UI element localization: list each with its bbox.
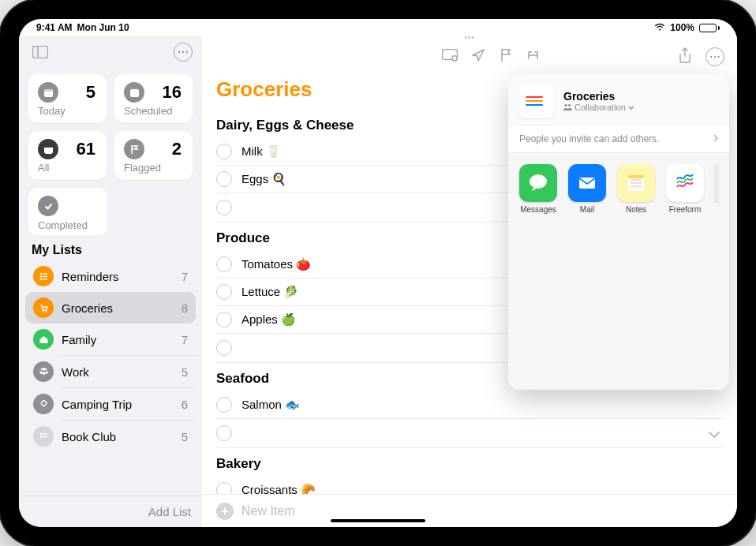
svg-rect-4 [130, 89, 139, 97]
svg-point-16 [39, 436, 41, 437]
section-expand-icon[interactable] [709, 428, 720, 442]
list-row-name: Work [62, 365, 174, 379]
smart-scheduled-count: 16 [163, 82, 182, 103]
status-time: 9:41 AM [36, 22, 73, 33]
list-row-count: 7 [182, 270, 188, 283]
reminder-radio[interactable] [216, 425, 232, 441]
list-row[interactable]: Reminders7 [25, 260, 196, 292]
tag-button[interactable] [526, 49, 540, 65]
share-app[interactable]: Messages [519, 164, 557, 214]
reminder-text: Salmon 🐟 [241, 398, 300, 412]
svg-rect-0 [33, 47, 48, 58]
share-app-overflow[interactable] [715, 164, 718, 202]
list-row[interactable]: Work5 [25, 356, 196, 387]
smart-today-count: 5 [86, 82, 95, 103]
status-bar: 9:41 AM Mon Jun 10 100% [19, 19, 737, 36]
battery-icon [699, 24, 720, 32]
list-row-name: Camping Trip [62, 398, 174, 411]
screen: 9:41 AM Mon Jun 10 100% ⋯ [19, 19, 737, 527]
smart-scheduled-label: Scheduled [124, 105, 172, 117]
svg-rect-8 [43, 275, 47, 276]
section-title: Bakery [216, 448, 723, 477]
list-row[interactable]: Camping Trip6 [25, 388, 196, 420]
list-row-count: 7 [182, 333, 188, 346]
reminder-text: Eggs 🍳 [241, 172, 286, 186]
svg-point-9 [39, 278, 41, 279]
smart-list-completed[interactable]: Completed [28, 188, 107, 235]
reminder-radio[interactable] [216, 340, 232, 356]
home-indicator[interactable] [331, 519, 425, 522]
chevron-down-icon [628, 103, 634, 112]
svg-point-14 [39, 432, 41, 434]
smart-all-label: All [38, 162, 49, 174]
flag-button[interactable] [500, 48, 512, 65]
svg-text:+: + [454, 56, 456, 61]
list-row-name: Family [62, 333, 174, 346]
list-row[interactable]: Book Club5 [25, 421, 196, 452]
share-app-label: Freeform [669, 205, 702, 214]
share-thumbnail-icon [519, 84, 554, 118]
svg-rect-3 [44, 89, 53, 92]
list-row-name: Book Club [62, 430, 174, 443]
list-row[interactable]: Groceries8 [25, 292, 196, 323]
smart-flagged-count: 2 [172, 139, 182, 159]
svg-point-23 [530, 174, 547, 189]
main-more-button[interactable]: ⋯ [705, 47, 724, 66]
reminder-radio[interactable] [216, 200, 232, 215]
reminder-row[interactable]: Salmon 🐟 [216, 391, 723, 419]
reminder-text: Milk 🥛 [241, 144, 281, 159]
list-icon [33, 266, 54, 286]
list-icon [33, 394, 54, 414]
reminder-radio[interactable] [216, 397, 232, 413]
smart-list-flagged[interactable]: 2 Flagged [114, 131, 193, 180]
reminder-radio[interactable] [216, 171, 232, 187]
svg-rect-24 [579, 178, 595, 189]
reminder-radio[interactable] [216, 256, 232, 272]
people-icon [563, 103, 572, 112]
list-row-count: 8 [182, 301, 188, 315]
share-permissions-row[interactable]: People you invite can add others. [508, 125, 729, 153]
share-app[interactable]: Notes [617, 164, 655, 214]
svg-rect-29 [628, 175, 644, 178]
mylists-heading: My Lists [19, 238, 202, 260]
share-app-icon [519, 164, 557, 202]
svg-point-12 [45, 311, 47, 312]
smart-list-today[interactable]: 5 Today [28, 74, 107, 123]
list-row-count: 5 [182, 365, 188, 379]
share-app[interactable]: Freeform [666, 164, 704, 214]
reminder-radio[interactable] [216, 284, 232, 300]
share-app-icon [666, 164, 704, 202]
share-app-row: MessagesMailNotesFreeform [508, 153, 729, 214]
toggle-sidebar-button[interactable] [28, 40, 52, 64]
reminder-radio[interactable] [216, 312, 232, 327]
reminder-empty-row[interactable] [216, 419, 723, 448]
details-button[interactable]: + [442, 49, 458, 65]
share-app[interactable]: Mail [568, 164, 606, 214]
location-button[interactable] [472, 49, 485, 65]
list-icon [33, 426, 54, 447]
share-subtitle-row[interactable]: Collaboration [563, 103, 634, 112]
reminder-radio[interactable] [216, 144, 232, 159]
main-pane: ••• + [202, 36, 737, 527]
list-row-count: 6 [182, 398, 188, 411]
ipad-frame: 9:41 AM Mon Jun 10 100% ⋯ [0, 0, 756, 546]
reminder-radio[interactable] [216, 482, 232, 494]
smart-list-all[interactable]: 61 All [28, 131, 107, 180]
sidebar-more-button[interactable]: ⋯ [174, 43, 193, 62]
share-button[interactable] [679, 47, 691, 66]
add-list-label: Add List [148, 505, 191, 518]
add-list-button[interactable]: Add List [19, 496, 202, 527]
svg-point-13 [41, 401, 46, 406]
svg-point-5 [39, 272, 41, 274]
toolbar: + ⋯ [202, 41, 737, 73]
reminder-text: Apples 🍏 [241, 312, 296, 327]
checkmark-icon [38, 196, 58, 216]
share-app-icon [617, 164, 655, 202]
list-row[interactable]: Family7 [25, 323, 196, 355]
share-app-label: Notes [626, 205, 646, 214]
smart-list-scheduled[interactable]: 16 Scheduled [114, 74, 193, 123]
reminder-row[interactable]: Croissants 🥐 [216, 477, 723, 494]
new-item-button[interactable]: + New Item [202, 494, 737, 527]
share-permissions-text: People you invite can add others. [519, 133, 659, 144]
svg-point-11 [42, 311, 43, 312]
